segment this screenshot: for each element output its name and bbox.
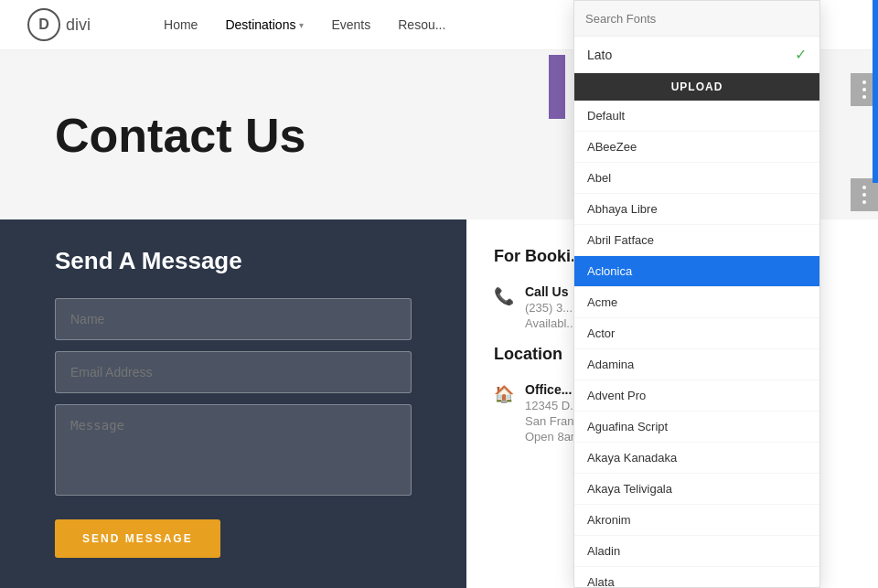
font-list-item[interactable]: Acme [574, 287, 819, 318]
logo[interactable]: D divi [27, 8, 91, 41]
font-list-item[interactable]: Abel [574, 163, 819, 194]
font-list-item[interactable]: Akaya Telivigala [574, 474, 819, 505]
font-list-item[interactable]: Adamina [574, 349, 819, 380]
form-title: Send A Message [55, 247, 412, 275]
font-list-item[interactable]: Advent Pro [574, 380, 819, 412]
checkmark-icon: ✓ [795, 46, 807, 63]
nav-resources[interactable]: Resou... [398, 17, 445, 32]
logo-icon: D [27, 8, 60, 41]
font-list-item[interactable]: Akronim [574, 505, 819, 536]
nav-home[interactable]: Home [164, 17, 198, 32]
right-accent-bar [873, 0, 878, 183]
dot-icon [862, 193, 866, 197]
side-controls-mid [851, 178, 878, 211]
nav-links: Home Destinations ▾ Events Resou... [164, 17, 445, 32]
email-input[interactable] [55, 351, 412, 393]
font-list-item[interactable]: Abhaya Libre [574, 194, 819, 225]
selected-font-name: Lato [587, 48, 612, 62]
contact-form-section: Send A Message SEND MESSAGE [0, 219, 466, 588]
dot-icon [862, 200, 866, 204]
font-list-item[interactable]: Abril Fatface [574, 225, 819, 256]
font-list-item[interactable]: Actor [574, 318, 819, 349]
font-list-item[interactable]: Aclonica [574, 256, 819, 287]
send-message-button[interactable]: SEND MESSAGE [55, 519, 220, 558]
message-input[interactable] [55, 404, 412, 496]
call-details: Call Us (235) 3... Availabl... [525, 284, 576, 330]
font-list: DefaultABeeZeeAbelAbhaya LibreAbril Fatf… [574, 101, 819, 587]
phone-icon: 📞 [494, 286, 514, 306]
font-dropdown: Lato ✓ UPLOAD DefaultABeeZeeAbelAbhaya L… [573, 0, 820, 588]
upload-button[interactable]: UPLOAD [574, 73, 819, 101]
purple-accent-bar [549, 55, 565, 119]
font-search-area [574, 1, 819, 37]
name-input[interactable] [55, 298, 412, 340]
font-list-item[interactable]: Aladin [574, 536, 819, 567]
chevron-down-icon: ▾ [299, 20, 304, 30]
font-list-item[interactable]: ABeeZee [574, 132, 819, 163]
dot-icon [862, 95, 866, 99]
dot-icon [862, 186, 866, 189]
font-list-item[interactable]: Aguafina Script [574, 412, 819, 443]
nav-events[interactable]: Events [331, 17, 370, 32]
nav-destinations[interactable]: Destinations ▾ [225, 17, 304, 32]
dot-icon [862, 88, 866, 91]
font-selected-row: Lato ✓ [574, 37, 819, 73]
font-list-item[interactable]: Alata [574, 567, 819, 587]
dot-icon [862, 80, 866, 84]
font-list-item[interactable]: Default [574, 101, 819, 132]
page-title: Contact Us [55, 108, 305, 163]
font-list-item[interactable]: Akaya Kanadaka [574, 443, 819, 474]
logo-name: divi [66, 16, 91, 35]
font-search-input[interactable] [585, 12, 808, 26]
location-icon: 🏠 [494, 384, 514, 404]
